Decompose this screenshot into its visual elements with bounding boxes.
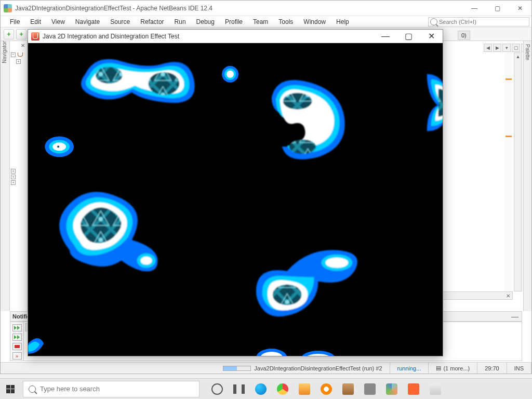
tree-expand-icon[interactable]: + [11,169,16,174]
svg-point-17 [273,284,302,305]
notifications-minimize-button[interactable]: — [511,312,522,321]
editor-minimap[interactable] [504,52,513,291]
editor-tab[interactable]: 0) [458,31,470,40]
app-minimize-button[interactable]: — [374,30,397,43]
ide-search-box[interactable] [428,17,529,26]
blender-icon[interactable] [316,379,337,400]
navigator-tab-label[interactable]: Navigator [2,41,7,68]
printer-icon[interactable] [360,379,380,400]
ide-title: Java2DIntegrationDisintegrationEffectTes… [15,5,463,12]
task-view-button[interactable] [229,379,249,400]
editor-dropdown-button[interactable]: ▾ [502,44,511,52]
app-titlebar[interactable]: Java 2D Integration and Disintegration E… [28,30,443,43]
navigator-tree[interactable]: − + + + + [10,41,27,185]
status-more[interactable]: ▤ (1 more...) [429,363,477,374]
java-app-window: Java 2D Integration and Disintegration E… [28,29,443,356]
menu-profile[interactable]: Profile [220,17,248,26]
minimap-mark [506,136,512,137]
svg-point-6 [227,71,234,78]
editor-maximize-button[interactable]: ▢ [512,44,520,52]
java-taskbar-icon[interactable] [425,379,446,400]
cortana-button[interactable] [207,379,228,400]
new-file-button[interactable] [4,29,14,39]
app-icon[interactable] [338,379,358,400]
explorer-icon[interactable] [294,379,315,400]
editor-scrollbar-vertical[interactable]: ▲ [514,52,522,291]
svg-point-16 [325,258,348,268]
status-progress-icon [223,366,251,371]
svg-point-7 [283,93,312,110]
editor-next-button[interactable]: ▶ [493,44,501,52]
java-class-icon [17,51,24,58]
edge-icon[interactable] [250,379,271,400]
scroll-up-icon[interactable]: ▲ [514,53,522,60]
editor-prev-button[interactable]: ◀ [484,44,492,52]
output-clear-button[interactable]: » [12,352,22,360]
new-project-button[interactable] [16,29,26,39]
svg-point-3 [149,72,180,95]
svg-point-14 [141,257,152,265]
app-canvas [28,43,443,356]
navigator-panel: ✕ − + + + + [10,41,28,311]
output-stop-button[interactable] [12,343,22,350]
output-rerun-button[interactable] [12,324,22,331]
ide-close-button[interactable]: ✕ [509,1,531,16]
palette-tab-label[interactable]: Palette [525,41,530,60]
ide-maximize-button[interactable]: ▢ [486,1,509,16]
search-icon [430,18,437,25]
windows-logo-icon [6,385,15,393]
taskbar-search[interactable]: Type here to search [23,381,200,397]
menu-view[interactable]: View [46,17,70,26]
output-sidebar: » [10,322,24,361]
status-insert-mode[interactable]: INS [507,363,531,374]
output-run-button[interactable] [12,334,22,341]
statusbar: Java2DIntegrationDisintegrationEffectTes… [1,362,531,374]
app-title: Java 2D Integration and Disintegration E… [43,33,374,40]
ide-minimize-button[interactable]: — [463,1,486,16]
ide-search-input[interactable] [439,19,529,25]
status-more-label: (1 more...) [443,365,470,371]
tree-expand-icon[interactable]: + [11,180,16,185]
menu-window[interactable]: Window [298,17,331,26]
status-task-label: Java2DIntegrationDisintegrationEffectTes… [254,365,382,371]
minimap-mark [506,78,512,80]
app3-icon[interactable] [403,379,424,400]
menu-debug[interactable]: Debug [191,17,220,26]
editor-nav-buttons: ◀ ▶ ▾ ▢ ▣ [484,42,529,54]
editor-tabs: 0) [458,30,470,41]
menu-file[interactable]: File [5,17,25,26]
app-maximize-button[interactable]: ▢ [397,30,420,43]
app-close-button[interactable]: ✕ [420,30,443,43]
java-app-icon [31,32,39,41]
netbeans-logo-icon [4,4,12,12]
navigator-close-button[interactable]: ✕ [20,42,26,48]
menu-tools[interactable]: Tools [273,17,298,26]
ide-titlebar: Java2DIntegrationDisintegrationEffectTes… [1,1,531,16]
windows-taskbar: Type here to search [0,378,532,399]
tasks-icon: ▤ [436,365,441,371]
scroll-close-icon[interactable]: ✕ [505,292,511,299]
menu-refactor[interactable]: Refactor [135,17,169,26]
chrome-icon[interactable] [272,379,293,400]
taskbar-icons [207,379,446,400]
right-sidebar-strip: Palette [523,41,531,311]
status-state[interactable]: running... [390,363,429,374]
taskbar-search-placeholder: Type here to search [40,385,100,393]
svg-point-8 [289,139,316,154]
app2-icon[interactable] [381,379,402,400]
menu-edit[interactable]: Edit [25,17,46,26]
menu-run[interactable]: Run [169,17,191,26]
left-sidebar-strip: Navigator [1,41,10,311]
menu-team[interactable]: Team [248,17,273,26]
menubar: File Edit View Navigate Source Refactor … [1,16,531,28]
tree-expand-icon[interactable]: + [16,59,21,64]
menu-source[interactable]: Source [105,17,135,26]
menu-navigate[interactable]: Navigate [70,17,105,26]
search-icon [29,385,36,393]
svg-point-12 [57,145,59,148]
tree-collapse-icon[interactable]: − [11,52,16,57]
start-button[interactable] [0,379,21,400]
menu-help[interactable]: Help [331,17,354,26]
svg-point-2 [96,67,123,84]
tree-expand-icon[interactable]: + [11,175,16,179]
